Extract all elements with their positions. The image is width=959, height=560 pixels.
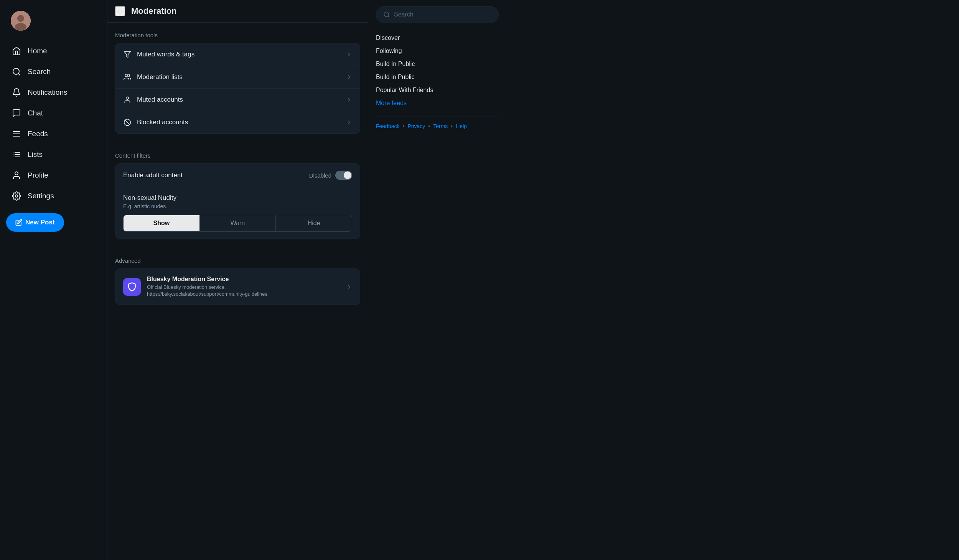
adult-content-toggle-group: Disabled xyxy=(309,171,352,180)
service-info: Bluesky Moderation Service Official Blue… xyxy=(147,276,340,298)
blocked-accounts-icon xyxy=(123,118,132,127)
content-filters-section: Content filters Enable adult content Dis… xyxy=(107,143,368,248)
avatar-image xyxy=(11,11,31,31)
sidebar-item-lists-label: Lists xyxy=(28,150,43,159)
chat-icon xyxy=(12,108,21,118)
search-icon xyxy=(12,67,21,77)
chevron-right-icon-3 xyxy=(346,97,352,103)
feed-item-more-feeds[interactable]: More feeds xyxy=(376,97,499,109)
sidebar-item-home[interactable]: Home xyxy=(6,41,101,61)
svg-point-15 xyxy=(15,195,18,197)
footer-privacy[interactable]: Privacy xyxy=(407,123,425,129)
content-filters-label: Content filters xyxy=(115,152,360,159)
left-sidebar: Home Search Notifications Chat xyxy=(0,0,107,560)
muted-words-icon xyxy=(123,50,132,59)
svg-point-1 xyxy=(17,15,24,22)
new-post-label: New Post xyxy=(25,219,55,226)
footer-feedback[interactable]: Feedback xyxy=(376,123,399,129)
search-box-icon xyxy=(383,11,390,18)
sidebar-item-notifications[interactable]: Notifications xyxy=(6,83,101,102)
home-icon xyxy=(12,46,21,56)
muted-accounts-label: Muted accounts xyxy=(137,96,341,104)
sidebar-item-notifications-label: Notifications xyxy=(28,88,68,97)
nudity-title: Non-sexual Nudity xyxy=(123,194,352,202)
svg-point-2 xyxy=(15,23,26,31)
svg-point-14 xyxy=(15,172,18,175)
sidebar-item-search[interactable]: Search xyxy=(6,62,101,81)
profile-icon xyxy=(12,170,21,180)
moderation-lists-item[interactable]: Moderation lists xyxy=(115,66,360,89)
footer-dot-1: • xyxy=(402,123,404,129)
moderation-tools-card: Muted words & tags Modera xyxy=(115,43,360,134)
feed-item-popular[interactable]: Popular With Friends xyxy=(376,84,499,96)
footer-terms[interactable]: Terms xyxy=(433,123,448,129)
nudity-options: Show Warn Hide xyxy=(123,215,352,232)
chevron-right-icon-4 xyxy=(346,119,352,125)
blocked-accounts-label: Blocked accounts xyxy=(137,119,341,126)
svg-point-18 xyxy=(125,74,128,77)
sidebar-item-lists[interactable]: Lists xyxy=(6,145,101,164)
muted-words-label: Muted words & tags xyxy=(137,51,341,58)
sidebar-item-chat[interactable]: Chat xyxy=(6,104,101,123)
nudity-hide-button[interactable]: Hide xyxy=(276,215,352,231)
adult-content-status: Disabled xyxy=(309,172,331,179)
advanced-card: Bluesky Moderation Service Official Blue… xyxy=(115,268,360,305)
nudity-warn-button[interactable]: Warn xyxy=(200,215,276,231)
search-box[interactable]: Search xyxy=(376,6,499,23)
feeds-list: Discover Following Build In Public Build… xyxy=(376,32,499,109)
main-content: Moderation Moderation tools Muted words … xyxy=(107,0,368,560)
feed-item-build-in-public-2[interactable]: Build in Public xyxy=(376,71,499,83)
bluesky-service-item[interactable]: Bluesky Moderation Service Official Blue… xyxy=(115,269,360,305)
blocked-accounts-item[interactable]: Blocked accounts xyxy=(115,111,360,133)
back-button[interactable] xyxy=(115,6,125,16)
service-icon xyxy=(123,278,141,296)
avatar-wrap[interactable] xyxy=(6,8,101,34)
sidebar-divider xyxy=(376,117,499,117)
chevron-right-icon-5 xyxy=(346,284,352,290)
chevron-right-icon-2 xyxy=(346,74,352,80)
muted-words-item[interactable]: Muted words & tags xyxy=(115,43,360,66)
adult-content-row: Enable adult content Disabled xyxy=(115,164,360,187)
feed-item-following[interactable]: Following xyxy=(376,45,499,57)
moderation-lists-label: Moderation lists xyxy=(137,73,341,81)
new-post-button[interactable]: New Post xyxy=(6,213,64,232)
sidebar-item-profile[interactable]: Profile xyxy=(6,166,101,185)
sidebar-item-feeds[interactable]: Feeds xyxy=(6,124,101,143)
avatar[interactable] xyxy=(11,11,31,31)
page-header: Moderation xyxy=(107,0,368,23)
svg-line-21 xyxy=(125,120,130,125)
svg-line-23 xyxy=(388,16,389,17)
moderation-tools-section: Moderation tools Muted words & tags xyxy=(107,23,368,143)
adult-content-toggle[interactable] xyxy=(335,171,352,180)
feeds-icon xyxy=(12,129,21,139)
nudity-show-button[interactable]: Show xyxy=(124,215,200,231)
sidebar-item-home-label: Home xyxy=(28,47,47,55)
sidebar-item-chat-label: Chat xyxy=(28,109,43,117)
adult-content-label: Enable adult content xyxy=(123,171,183,179)
nudity-desc: E.g. artistic nudes. xyxy=(123,203,352,209)
feed-item-build-in-public-1[interactable]: Build In Public xyxy=(376,58,499,70)
right-sidebar: Search Discover Following Build In Publi… xyxy=(368,0,506,560)
settings-icon xyxy=(12,191,21,201)
service-desc: Official Bluesky moderation service. htt… xyxy=(147,284,340,298)
sidebar-item-profile-label: Profile xyxy=(28,171,48,180)
search-placeholder: Search xyxy=(394,11,414,18)
svg-point-19 xyxy=(126,97,129,100)
lists-icon xyxy=(12,150,21,160)
footer-help[interactable]: Help xyxy=(456,123,467,129)
content-filters-card: Enable adult content Disabled Non-sexual… xyxy=(115,163,360,239)
sidebar-item-settings-label: Settings xyxy=(28,192,54,200)
feed-item-discover[interactable]: Discover xyxy=(376,32,499,44)
nudity-row: Non-sexual Nudity E.g. artistic nudes. S… xyxy=(115,187,360,239)
footer-links: Feedback • Privacy • Terms • Help xyxy=(376,123,499,129)
moderation-lists-icon xyxy=(123,73,132,81)
toggle-knob xyxy=(344,171,351,179)
moderation-tools-label: Moderation tools xyxy=(115,32,360,38)
advanced-label: Advanced xyxy=(115,257,360,264)
page-title: Moderation xyxy=(131,6,177,16)
muted-accounts-item[interactable]: Muted accounts xyxy=(115,89,360,111)
sidebar-item-settings[interactable]: Settings xyxy=(6,186,101,206)
svg-line-4 xyxy=(18,74,20,75)
bell-icon xyxy=(12,87,21,97)
chevron-right-icon xyxy=(346,51,352,58)
